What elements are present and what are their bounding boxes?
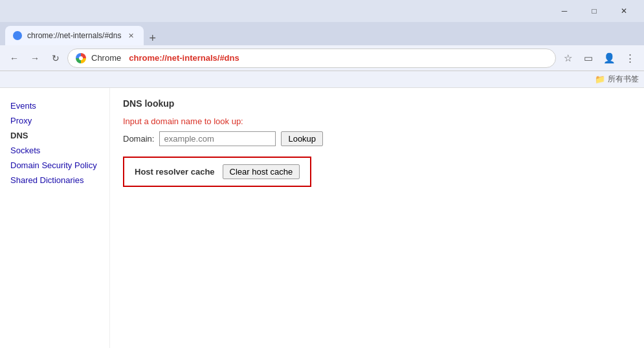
forward-button[interactable]: → [26, 49, 44, 67]
lookup-row: Domain: Lookup [123, 131, 631, 146]
tab-close-button[interactable]: ✕ [126, 31, 136, 41]
main-content: Events Proxy DNS Sockets Domain Security… [0, 88, 644, 348]
lookup-button[interactable]: Lookup [281, 131, 323, 146]
bookmark-star-icon[interactable]: ☆ [559, 49, 577, 67]
address-prefix: chrome://net-internals/ [129, 53, 219, 63]
host-cache-box: Host resolver cache Clear host cache [123, 157, 311, 187]
lookup-label: Input a domain name to look up: [123, 116, 631, 126]
sidebar-item-dns[interactable]: DNS [5, 128, 104, 143]
tab-label: chrome://net-internals/#dns [27, 31, 121, 40]
new-tab-button[interactable]: + [144, 32, 161, 45]
nav-actions: ☆ ▭ 👤 ⋮ [559, 49, 639, 67]
chrome-menu-icon[interactable]: ⋮ [621, 49, 639, 67]
minimize-button[interactable]: ─ [550, 0, 579, 22]
sidebar-item-sockets[interactable]: Sockets [5, 143, 104, 158]
profile-icon[interactable]: 👤 [600, 49, 618, 67]
address-bar[interactable]: Chrome chrome://net-internals/#dns [67, 49, 556, 68]
address-text: chrome://net-internals/#dns [129, 53, 548, 63]
tab-bar: chrome://net-internals/#dns ✕ + [0, 22, 644, 45]
page-content: DNS lookup Input a domain name to look u… [110, 88, 644, 348]
sidebar-item-proxy[interactable]: Proxy [5, 113, 104, 128]
sidebar-toggle-icon[interactable]: ▭ [579, 49, 597, 67]
sidebar-item-events[interactable]: Events [5, 98, 104, 113]
nav-bar: ← → ↻ Chrome chrome://net-internals/#dns… [0, 45, 644, 71]
refresh-button[interactable]: ↻ [47, 49, 65, 67]
close-button[interactable]: ✕ [609, 0, 639, 22]
clear-host-cache-button[interactable]: Clear host cache [223, 164, 300, 179]
address-hash: #dns [219, 53, 239, 63]
host-resolver-label: Host resolver cache [135, 167, 215, 177]
domain-label: Domain: [123, 134, 154, 144]
tab-favicon [13, 31, 22, 40]
chrome-brand-label: Chrome [91, 53, 121, 63]
chrome-logo-icon [76, 53, 86, 63]
dns-section-title: DNS lookup [123, 98, 631, 109]
sidebar-item-domain-security-policy[interactable]: Domain Security Policy [5, 158, 104, 173]
bookmarks-folder-icon: 📁 [595, 74, 605, 84]
bookmarks-label[interactable]: 所有书签 [608, 74, 639, 85]
sidebar: Events Proxy DNS Sockets Domain Security… [0, 88, 110, 348]
maximize-button[interactable]: □ [579, 0, 609, 22]
title-bar: ─ □ ✕ [0, 0, 644, 22]
bookmarks-bar: 📁 所有书签 [0, 71, 644, 88]
active-tab[interactable]: chrome://net-internals/#dns ✕ [5, 26, 144, 45]
sidebar-item-shared-dictionaries[interactable]: Shared Dictionaries [5, 173, 104, 188]
domain-input[interactable] [159, 131, 276, 146]
back-button[interactable]: ← [5, 49, 23, 67]
